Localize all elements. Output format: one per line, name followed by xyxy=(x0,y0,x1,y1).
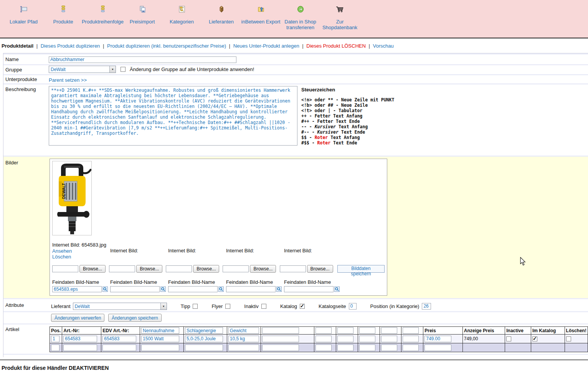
edv-artnr-input[interactable] xyxy=(102,336,136,342)
feindaten-input[interactable] xyxy=(168,286,218,292)
browse-button[interactable]: Browse... xyxy=(79,265,106,273)
attr-value-input[interactable] xyxy=(141,344,179,351)
toolbar-item-lieferanten[interactable]: Lieferanten xyxy=(202,5,241,25)
lieferant-select[interactable]: DeWalt xyxy=(73,303,167,310)
nennaufnahme-input[interactable] xyxy=(141,336,179,342)
edv-artnr-input[interactable] xyxy=(102,344,136,351)
apply-to-subproducts-checkbox[interactable] xyxy=(121,67,126,72)
nav-link-produkt-duplizieren[interactable]: Dieses Produkt duplizieren xyxy=(41,43,100,49)
toolbar-item-produkte[interactable]: Produkte xyxy=(43,5,83,25)
suppliers-icon xyxy=(218,5,225,13)
toolbar-item-daten-transferieren[interactable]: Daten in Shop transferieren xyxy=(281,5,320,30)
attr-value-input[interactable] xyxy=(262,344,299,351)
feindaten-input[interactable] xyxy=(284,286,334,292)
feindaten-label: Feindaten Bild-Name xyxy=(284,279,342,285)
attr-value-input[interactable] xyxy=(403,344,419,351)
toolbar-item-produktreihenfolge[interactable]: Produktreihenfolge xyxy=(83,5,122,25)
attr-header-input[interactable] xyxy=(359,327,375,334)
col-im-katalog: Im Katalog xyxy=(531,327,565,335)
feindaten-input[interactable] xyxy=(52,286,102,292)
toolbar-item-inbetween-export[interactable]: inBetween Export xyxy=(241,5,281,25)
inactive-checkbox[interactable] xyxy=(506,336,511,341)
nav-link-vorschau[interactable]: Vorschau xyxy=(373,43,394,49)
browse-button[interactable]: Browse... xyxy=(136,265,162,273)
toolbar-item-zur-shopdatenbank[interactable]: Zur Shopdatenbank xyxy=(320,5,360,30)
image-file-input[interactable] xyxy=(166,265,192,272)
nav-separator: | xyxy=(101,43,106,49)
beschreibung-label: Beschreibung xyxy=(3,84,49,156)
attr-header-input[interactable] xyxy=(403,327,419,334)
position-in-kategorie-input[interactable] xyxy=(422,303,431,310)
katalog-checkbox[interactable] xyxy=(300,304,305,309)
bilddaten-speichern-button[interactable]: Bilddaten speichern xyxy=(337,265,385,273)
preis-input[interactable] xyxy=(424,336,451,342)
flyer-checkbox[interactable] xyxy=(225,304,230,309)
preis-input[interactable] xyxy=(424,344,451,351)
image-file-input[interactable] xyxy=(52,265,78,272)
feindaten-input[interactable] xyxy=(226,286,276,292)
image-delete-link[interactable]: Löschen xyxy=(52,254,71,260)
parent-setzen-link[interactable]: Parent setzen >> xyxy=(49,77,87,83)
attr-value-input[interactable] xyxy=(337,336,353,342)
browse-button[interactable]: Browse... xyxy=(307,265,333,273)
toolbar-label: Preisimport xyxy=(130,19,155,25)
nav-link-neues-unterprodukt[interactable]: Neues Unter-Produkt anlegen xyxy=(233,43,299,49)
gewicht-input[interactable] xyxy=(228,336,259,342)
aenderungen-verwerfen-button[interactable]: Änderungen verwerfen xyxy=(51,314,104,322)
attr-value-input[interactable] xyxy=(337,344,353,351)
image-view-link[interactable]: Ansehen xyxy=(52,248,72,254)
name-input[interactable] xyxy=(49,56,236,63)
attr-header-input[interactable] xyxy=(315,327,332,334)
search-icon[interactable] xyxy=(276,287,282,292)
browse-button[interactable]: Browse... xyxy=(193,265,219,273)
attr-value-input[interactable] xyxy=(185,344,223,351)
product-order-icon xyxy=(99,5,107,13)
toolbar-item-lokaler-pfad[interactable]: Lokaler Pfad xyxy=(4,5,43,25)
search-icon[interactable] xyxy=(218,287,224,292)
im-katalog-checkbox[interactable] xyxy=(532,336,537,341)
attr-header-input[interactable] xyxy=(337,327,353,334)
attr-value-input[interactable] xyxy=(262,336,299,342)
attr-value-input[interactable] xyxy=(381,344,397,351)
pos-input[interactable] xyxy=(51,344,59,351)
artnr-input[interactable] xyxy=(63,344,97,351)
chevron-down-icon[interactable] xyxy=(160,303,167,310)
bilder-panel: DEWALT xyxy=(50,159,387,296)
browse-button[interactable]: Browse... xyxy=(250,265,276,273)
search-icon[interactable] xyxy=(102,287,108,292)
image-file-input[interactable] xyxy=(109,265,135,272)
search-icon[interactable] xyxy=(334,287,340,292)
chevron-down-icon[interactable] xyxy=(109,66,116,73)
pos-input[interactable] xyxy=(51,336,59,342)
attr-header-input[interactable] xyxy=(262,327,299,334)
nav-link-produkt-loeschen[interactable]: Dieses Produkt LÖSCHEN xyxy=(306,43,366,49)
katalogseite-input[interactable] xyxy=(349,303,357,310)
attr-value-input[interactable] xyxy=(359,344,375,351)
artnr-input[interactable] xyxy=(63,336,97,342)
feindaten-input[interactable] xyxy=(110,286,160,292)
nav-link-produkt-duplizieren-preise[interactable]: Produkt duplizieren (inkl. benutzerspezi… xyxy=(107,43,226,49)
search-icon[interactable] xyxy=(160,287,166,292)
attr-header-input[interactable] xyxy=(185,327,223,334)
attr-value-input[interactable] xyxy=(403,336,419,342)
image-file-input[interactable] xyxy=(280,265,306,272)
inaktiv-checkbox[interactable] xyxy=(261,304,266,309)
toolbar-item-preisimport[interactable]: Preisimport xyxy=(122,5,162,25)
attr-value-input[interactable] xyxy=(228,344,259,351)
attr-value-input[interactable] xyxy=(315,344,332,351)
gruppe-select[interactable]: DeWalt xyxy=(49,66,116,73)
image-file-input[interactable] xyxy=(223,265,249,272)
schlagenergie-input[interactable] xyxy=(185,336,223,342)
toolbar-item-kategorien[interactable]: Kategorien xyxy=(162,5,202,25)
attr-header-input[interactable] xyxy=(228,327,259,334)
beschreibung-textarea[interactable]: **++D 25901 K.#++ **SDS-max Werkzeugaufn… xyxy=(49,86,297,146)
attr-value-input[interactable] xyxy=(381,336,397,342)
attr-value-input[interactable] xyxy=(315,336,332,342)
tipp-checkbox[interactable] xyxy=(193,304,198,309)
attr-value-input[interactable] xyxy=(359,336,375,342)
aenderungen-speichern-button[interactable]: Änderungen speichern xyxy=(108,314,162,322)
flyer-label: Flyer xyxy=(211,303,223,309)
attr-header-input[interactable] xyxy=(141,327,179,334)
attr-header-input[interactable] xyxy=(381,327,397,334)
loeschen-checkbox[interactable] xyxy=(566,336,571,341)
